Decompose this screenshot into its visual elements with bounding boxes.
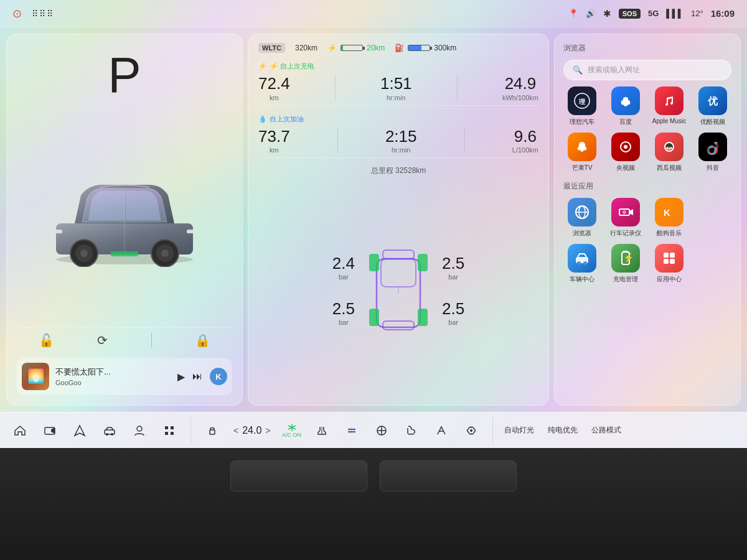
music-info: 不要慌太阳下... GooGoo: [55, 366, 171, 386]
music-bar: 🌅 不要慌太阳下... GooGoo ▶ ⏭ K: [17, 358, 232, 395]
svg-rect-57: [171, 432, 174, 435]
status-left: ⊙ ⠿⠿⠿: [12, 7, 54, 21]
camera-button[interactable]: [36, 417, 63, 444]
panel-left: P: [6, 34, 243, 406]
stat-divider-2: [457, 75, 458, 100]
apps-grid-recent: 浏览器 行车记录仪 K 酷狗音乐: [563, 198, 731, 284]
svg-text:K: K: [664, 207, 670, 218]
settings-button[interactable]: [458, 417, 485, 444]
search-icon: 🔍: [573, 65, 583, 75]
svg-rect-18: [418, 254, 428, 271]
since-fuel-section: 💧 自上次加油 73.7 km 2:15 hr:min: [258, 111, 538, 159]
app-appstore[interactable]: 应用中心: [651, 244, 688, 284]
svg-rect-9: [55, 230, 62, 233]
app-lixiang[interactable]: 理 理想汽车: [563, 86, 601, 126]
road-mode-button[interactable]: 公路模式: [585, 421, 627, 439]
door-button[interactable]: [398, 417, 425, 444]
svg-rect-10: [187, 230, 194, 233]
app-baidu[interactable]: 百度: [607, 86, 644, 126]
volume-icon: 🔊: [586, 9, 596, 18]
rear-left-tire: 2.5 bar: [332, 299, 355, 326]
app-browser[interactable]: 浏览器: [563, 198, 601, 238]
xigua-label: 西瓜视频: [657, 164, 682, 172]
svg-rect-44: [670, 253, 675, 258]
svg-point-35: [622, 210, 626, 214]
svg-rect-14: [383, 250, 414, 259]
fuel-range: ⛽ 300km: [395, 44, 456, 52]
baidu-label: 百度: [619, 118, 632, 126]
lock-icon[interactable]: 🔒: [195, 333, 210, 348]
lixiang-icon: 理: [568, 86, 596, 115]
tire-car-outline: [367, 240, 430, 340]
charge-icon: ⚡: [611, 244, 640, 273]
app-mango[interactable]: 芒果TV: [563, 133, 601, 172]
app-xigua[interactable]: 西瓜视频: [651, 133, 688, 172]
kkdog-icon: K: [655, 198, 684, 226]
svg-text:优: 优: [707, 96, 718, 106]
app-douyin[interactable]: 抖音: [694, 133, 731, 172]
app-apple-music[interactable]: Apple Music: [651, 86, 688, 126]
app-yangshi[interactable]: 央视频: [607, 133, 644, 172]
menu-icon: ⠿⠿⠿: [32, 9, 54, 19]
rotate-icon[interactable]: ⟳: [97, 333, 108, 348]
ev-priority-button[interactable]: 纯电优先: [542, 421, 584, 439]
xigua-icon: [655, 133, 684, 161]
car-button[interactable]: [96, 417, 123, 444]
svg-point-27: [667, 147, 669, 149]
music-thumbnail: 🌅: [22, 363, 49, 390]
temp-increase[interactable]: >: [265, 426, 270, 436]
svg-text:⚡: ⚡: [623, 253, 634, 263]
stat-divider-3: [337, 128, 338, 153]
stat-divider-4: [464, 128, 465, 153]
apps-button[interactable]: [156, 417, 183, 444]
front-left-tire: 2.4 bar: [332, 254, 355, 281]
physical-bottom: [0, 448, 747, 560]
defrost-button[interactable]: [338, 417, 365, 444]
k-button[interactable]: K: [210, 368, 227, 385]
svg-point-5: [80, 250, 88, 257]
main-panels: P: [0, 27, 747, 412]
main-screen: ⊙ ⠿⠿⠿ 📍 🔊 ✱ SOS 5G ▌▌▌ 12° 16:09 P: [0, 0, 747, 448]
app-dashcam[interactable]: 行车记录仪: [607, 198, 644, 238]
temp-decrease[interactable]: <: [233, 426, 238, 436]
app-charge[interactable]: ⚡ 充电管理: [607, 244, 644, 284]
next-button[interactable]: ⏭: [192, 371, 202, 382]
svg-rect-46: [670, 259, 675, 264]
lock-car-button[interactable]: [199, 417, 226, 444]
app-youku[interactable]: 优 优酷视频: [694, 86, 731, 126]
tire-section: 2.4 bar 2.5 bar: [258, 184, 538, 396]
svg-marker-48: [51, 427, 55, 434]
svg-rect-13: [381, 259, 416, 287]
window-button[interactable]: [428, 417, 455, 444]
search-bar[interactable]: 🔍 搜索或输入网址: [563, 60, 731, 80]
power-icon: ⊙: [12, 7, 22, 21]
status-bar: ⊙ ⠿⠿⠿ 📍 🔊 ✱ SOS 5G ▌▌▌ 12° 16:09: [0, 0, 747, 27]
svg-marker-49: [75, 426, 85, 436]
vehicle-label: 车辆中心: [570, 275, 594, 284]
app-vehicle[interactable]: 车辆中心: [563, 244, 601, 284]
fuel-battery: [408, 45, 430, 51]
yangshi-label: 央视频: [616, 164, 635, 172]
ac-button[interactable]: A/C ON: [278, 417, 306, 444]
steering-heat-button[interactable]: [368, 417, 395, 444]
nav-button[interactable]: [66, 417, 93, 444]
seat-heat-button[interactable]: [308, 417, 336, 444]
tire-left: 2.4 bar 2.5 bar: [332, 254, 355, 326]
left-vent: [230, 460, 367, 492]
auto-lights-button[interactable]: 自动灯光: [498, 421, 540, 439]
home-button[interactable]: [6, 417, 34, 444]
search-placeholder: 搜索或输入网址: [588, 65, 640, 75]
temperature-label: 12°: [691, 9, 703, 18]
youku-icon: 优: [698, 86, 727, 115]
right-vent: [380, 460, 517, 492]
play-button[interactable]: ▶: [177, 371, 185, 383]
charge-distance: 72.4 km: [258, 75, 290, 101]
apple-music-icon: [655, 86, 684, 115]
apple-music-label: Apple Music: [652, 118, 686, 124]
unlock-icon[interactable]: 🔓: [39, 333, 54, 348]
svg-point-28: [669, 148, 670, 150]
profile-button[interactable]: [126, 417, 153, 444]
gear-indicator: P: [17, 50, 232, 100]
sos-badge[interactable]: SOS: [619, 9, 641, 19]
app-kkdog[interactable]: K 酷狗音乐: [651, 198, 688, 238]
